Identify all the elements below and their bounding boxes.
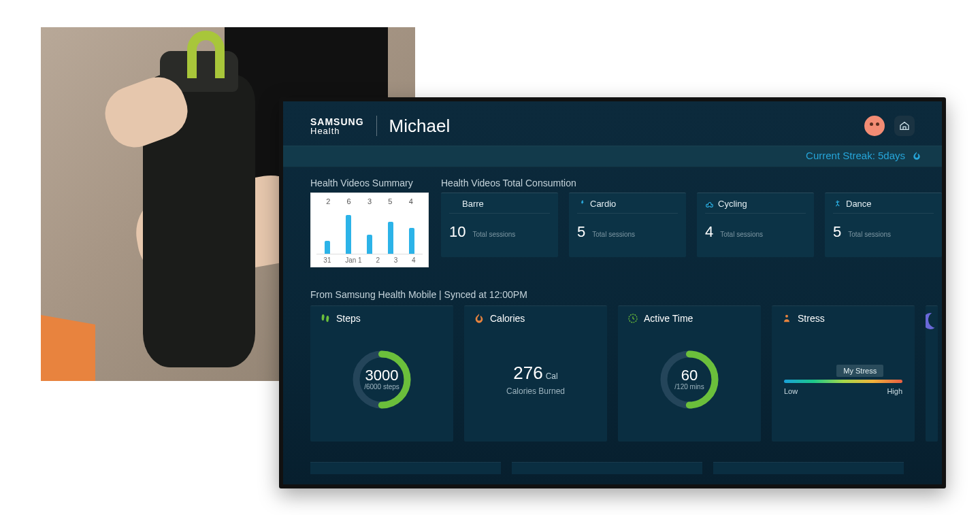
stress-low: Low xyxy=(784,387,798,395)
chart-category-label: 4 xyxy=(412,256,416,264)
calories-label: Calories xyxy=(490,313,525,324)
consumption-title: Health Videos Total Consumtion xyxy=(441,178,942,188)
category-sub: Total sessions xyxy=(848,231,891,238)
user-name: Michael xyxy=(389,116,451,137)
metric-sleep-peek[interactable] xyxy=(926,305,938,442)
summary-chart[interactable]: 26354 31Jan 1234 xyxy=(310,193,429,267)
category-sub: Total sessions xyxy=(720,231,763,238)
avatar[interactable] xyxy=(864,116,885,136)
category-sub: Total sessions xyxy=(592,231,635,238)
stress-bar xyxy=(784,380,902,383)
stage: SAMSUNG Health Michael Current Streak: 5… xyxy=(0,0,980,515)
calories-sub: Calories Burned xyxy=(506,386,565,396)
chart-category-label: 31 xyxy=(323,256,331,264)
chart-bar xyxy=(325,241,330,254)
streak-label: Current Streak: 5days xyxy=(806,150,905,161)
metric-row: Steps 3000 /6000 steps xyxy=(310,305,942,442)
metric-steps[interactable]: Steps 3000 /6000 steps xyxy=(310,305,453,442)
chart-category-label: Jan 1 xyxy=(345,256,361,264)
active-ring: 60 /120 mins xyxy=(659,349,720,410)
person-icon xyxy=(781,313,792,324)
steps-goal: /6000 steps xyxy=(364,383,399,391)
chart-value-label: 4 xyxy=(409,197,413,205)
category-name: Cycling xyxy=(718,199,747,209)
flame-icon xyxy=(474,313,485,324)
chart-bar xyxy=(388,222,393,254)
header-divider xyxy=(376,116,377,136)
steps-ring: 3000 /6000 steps xyxy=(351,349,412,410)
streak: Current Streak: 5days xyxy=(806,150,921,161)
stress-badge: My Stress xyxy=(836,365,883,377)
home-icon xyxy=(899,120,910,131)
chart-value-label: 3 xyxy=(368,197,372,205)
barre-icon xyxy=(449,199,458,208)
category-count: 5 xyxy=(577,223,585,241)
chart-category-label: 2 xyxy=(376,256,380,264)
category-card-barre[interactable]: Barre10Total sessions xyxy=(441,193,558,257)
active-value: 60 xyxy=(681,368,698,383)
calories-unit: Cal xyxy=(546,371,558,381)
category-name: Cardio xyxy=(590,199,616,209)
active-label: Active Time xyxy=(644,313,693,324)
category-card-cycling[interactable]: Cycling4Total sessions xyxy=(697,193,814,257)
svg-point-2 xyxy=(836,201,838,202)
stub-card[interactable] xyxy=(713,462,904,474)
consumption-block: Health Videos Total Consumtion Barre10To… xyxy=(441,178,942,257)
brand-logo: SAMSUNG Health xyxy=(310,117,364,135)
chart-value-label: 2 xyxy=(326,197,330,205)
chart-value-label: 5 xyxy=(388,197,392,205)
clock-icon xyxy=(627,313,638,324)
header: SAMSUNG Health Michael xyxy=(310,111,915,141)
sync-text: From Samsung Health Mobile | Synced at 1… xyxy=(310,289,942,300)
category-count: 5 xyxy=(833,223,841,241)
category-count: 4 xyxy=(705,223,713,241)
tv-frame: SAMSUNG Health Michael Current Streak: 5… xyxy=(279,97,946,488)
category-name: Dance xyxy=(846,199,872,209)
stress-label: Stress xyxy=(798,313,825,324)
steps-icon xyxy=(320,313,331,324)
metric-active[interactable]: Active Time 60 /120 mins xyxy=(618,305,761,442)
summary-block: Health Videos Summary 26354 31Jan 1234 xyxy=(310,178,429,267)
moon-icon xyxy=(926,313,938,329)
brand-line1: SAMSUNG xyxy=(310,117,364,127)
metric-stress[interactable]: Stress My Stress Low High xyxy=(772,305,915,442)
flame-icon xyxy=(912,151,921,161)
chart-bar xyxy=(409,228,414,254)
svg-point-8 xyxy=(785,315,788,318)
stub-card[interactable] xyxy=(310,462,501,474)
stress-high: High xyxy=(887,387,902,395)
cardio-icon xyxy=(577,199,586,208)
dance-icon xyxy=(833,199,842,208)
category-card-cardio[interactable]: Cardio5Total sessions xyxy=(569,193,686,257)
category-sub: Total sessions xyxy=(472,231,515,238)
chart-bar xyxy=(367,235,372,254)
metric-calories[interactable]: Calories 276Cal Calories Burned xyxy=(464,305,607,442)
chart-category-label: 3 xyxy=(394,256,398,264)
category-count: 10 xyxy=(449,223,466,241)
screen: SAMSUNG Health Michael Current Streak: 5… xyxy=(283,101,942,484)
summary-title: Health Videos Summary xyxy=(310,178,429,188)
chart-bar xyxy=(346,215,351,254)
active-goal: /120 mins xyxy=(674,383,704,391)
steps-label: Steps xyxy=(336,313,361,324)
category-card-dance[interactable]: Dance5Total sessions xyxy=(825,193,942,257)
content: Health Videos Summary 26354 31Jan 1234 H… xyxy=(310,178,942,484)
calories-value: 276 xyxy=(513,363,542,383)
home-button[interactable] xyxy=(894,116,915,136)
steps-value: 3000 xyxy=(365,368,399,383)
stub-card[interactable] xyxy=(512,462,702,474)
brand-line2: Health xyxy=(310,127,364,135)
category-name: Barre xyxy=(462,199,484,209)
chart-value-label: 6 xyxy=(347,197,351,205)
bottom-stubs xyxy=(310,462,942,474)
cycling-icon xyxy=(705,199,714,208)
